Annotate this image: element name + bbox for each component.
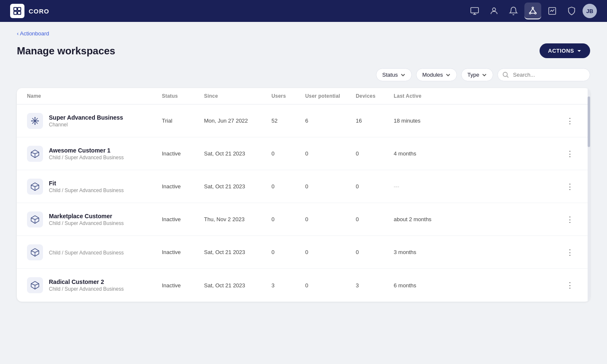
col-since: Since (204, 93, 271, 99)
since-cell: Sat, Oct 21 2023 (204, 249, 271, 255)
row-menu-button[interactable]: ⋮ (563, 246, 577, 259)
svg-line-27 (31, 152, 35, 154)
col-last-active: Last Active (394, 93, 563, 99)
col-users: Users (271, 93, 305, 99)
workspace-info: Radical Customer 2 Child / Super Advance… (49, 278, 124, 292)
devices-cell: 0 (356, 183, 394, 190)
workspace-name-cell: Super Advanced Business Channel (27, 113, 162, 129)
page-header: Manage workspaces ACTIONS (17, 43, 590, 58)
svg-line-34 (35, 218, 39, 219)
svg-point-8 (532, 7, 534, 9)
user-potential-cell: 0 (305, 282, 356, 289)
workspace-info: Fit Child / Super Advanced Business (49, 180, 124, 193)
workspace-name-cell: Fit Child / Super Advanced Business (27, 179, 162, 195)
devices-cell: 0 (356, 249, 394, 255)
workspace-icon (27, 211, 43, 228)
last-active-cell: 3 months (394, 249, 563, 255)
workspace-icon (27, 146, 43, 162)
svg-rect-0 (14, 8, 17, 11)
workspace-sub: Child / Super Advanced Business (49, 187, 124, 193)
user-potential-cell: 0 (305, 150, 356, 157)
search-input[interactable] (497, 68, 590, 81)
svg-line-31 (35, 185, 39, 187)
workspace-icon (27, 277, 43, 293)
actions-button[interactable]: ACTIONS (540, 43, 590, 58)
col-user-potential: User potential (305, 93, 356, 99)
workspace-info: Awesome Customer 1 Child / Super Advance… (49, 147, 124, 161)
workspace-sub: Child / Super Advanced Business (49, 155, 124, 161)
svg-point-25 (38, 120, 39, 121)
workspace-name: Awesome Customer 1 (49, 147, 124, 154)
row-menu-button[interactable]: ⋮ (563, 147, 577, 161)
svg-rect-2 (14, 11, 17, 14)
workspace-name: Radical Customer 2 (49, 278, 124, 285)
status-cell: Inactive (162, 150, 204, 157)
last-active-cell: about 2 months (394, 216, 563, 222)
svg-rect-1 (18, 8, 21, 11)
since-cell: Mon, Jun 27 2022 (204, 118, 271, 124)
type-filter[interactable]: Type (461, 68, 493, 81)
breadcrumb[interactable]: ‹ Actionboard (17, 30, 590, 37)
users-cell: 3 (271, 282, 305, 289)
row-menu-button[interactable]: ⋮ (563, 213, 577, 226)
user-avatar[interactable]: JB (583, 4, 597, 18)
users-cell: 52 (271, 118, 305, 124)
workspace-sub: Child / Super Advanced Business (49, 250, 124, 256)
user-nav-btn[interactable] (486, 3, 502, 19)
status-cell: Trial (162, 118, 204, 124)
svg-line-40 (35, 284, 39, 285)
row-menu-button[interactable]: ⋮ (563, 114, 577, 128)
nav-icons: JB (466, 3, 597, 19)
modules-filter[interactable]: Modules (416, 68, 457, 81)
row-menu-button[interactable]: ⋮ (563, 180, 577, 193)
user-potential-cell: 6 (305, 118, 356, 124)
workspace-name-cell: Radical Customer 2 Child / Super Advance… (27, 277, 162, 293)
svg-point-10 (535, 13, 537, 14)
workspace-name: Super Advanced Business (49, 114, 123, 121)
shield-nav-btn[interactable] (563, 3, 580, 19)
topnav: CORO (0, 0, 607, 22)
svg-point-7 (492, 8, 495, 11)
network-nav-btn[interactable] (524, 3, 541, 19)
row-menu-button[interactable]: ⋮ (563, 278, 577, 292)
svg-point-9 (529, 13, 531, 14)
workspace-name-cell: Child / Super Advanced Business (27, 244, 162, 260)
last-active-cell: --- (394, 183, 563, 190)
workspace-name: Marketplace Customer (49, 213, 124, 219)
svg-line-28 (35, 152, 39, 154)
users-cell: 0 (271, 249, 305, 255)
devices-cell: 0 (356, 216, 394, 222)
col-name: Name (27, 93, 162, 99)
users-cell: 0 (271, 216, 305, 222)
logo-icon[interactable] (10, 4, 24, 18)
workspace-icon (27, 244, 43, 260)
scrollbar-track[interactable] (588, 88, 590, 302)
workspace-name: Fit (49, 180, 124, 187)
svg-line-39 (31, 284, 35, 285)
table-body: Super Advanced Business Channel Trial Mo… (17, 104, 590, 302)
page-title: Manage workspaces (17, 45, 115, 57)
status-filter[interactable]: Status (376, 68, 412, 81)
table-row: Awesome Customer 1 Child / Super Advance… (17, 137, 590, 170)
search-wrapper (497, 68, 590, 81)
col-devices: Devices (356, 93, 394, 99)
devices-cell: 16 (356, 118, 394, 124)
workspace-info: Child / Super Advanced Business (49, 249, 124, 256)
workspace-sub: Child / Super Advanced Business (49, 286, 124, 292)
bell-nav-btn[interactable] (505, 3, 522, 19)
since-cell: Sat, Oct 21 2023 (204, 183, 271, 190)
chart-nav-btn[interactable] (544, 3, 561, 19)
screen-nav-btn[interactable] (466, 3, 483, 19)
page-content: ‹ Actionboard Manage workspaces ACTIONS … (0, 22, 607, 318)
devices-cell: 0 (356, 150, 394, 157)
workspace-icon (27, 113, 43, 129)
svg-rect-3 (18, 11, 21, 14)
scrollbar-thumb[interactable] (588, 96, 590, 147)
table-row: Fit Child / Super Advanced Business Inac… (17, 170, 590, 203)
last-active-cell: 4 months (394, 150, 563, 157)
status-cell: Inactive (162, 216, 204, 222)
devices-cell: 3 (356, 282, 394, 289)
workspace-sub: Channel (49, 122, 123, 128)
workspace-icon (27, 179, 43, 195)
since-cell: Sat, Oct 21 2023 (204, 150, 271, 157)
